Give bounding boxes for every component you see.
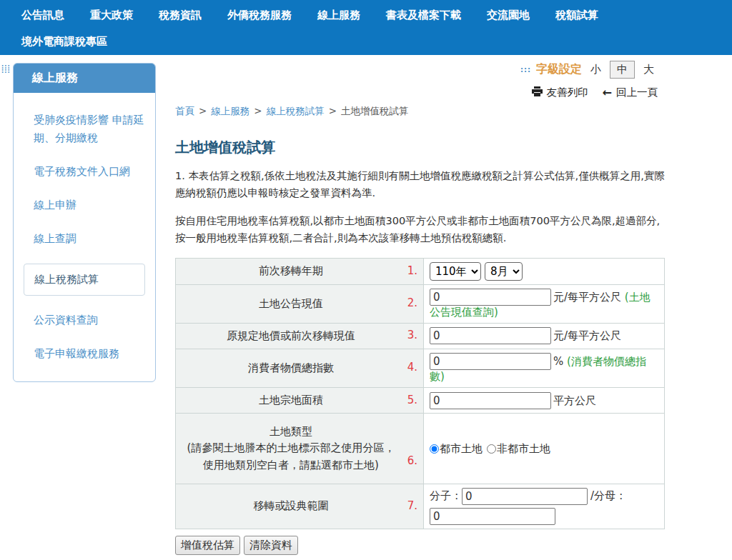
page-title: 土地增值稅試算 xyxy=(175,138,665,157)
denominator-label: /分母： xyxy=(590,489,626,503)
row7-number: 7. xyxy=(407,498,417,514)
intro-paragraph-1: 1. 本表估算之稅額,係依土地稅法及其施行細則有關土地增值稅應繳稅額之計算公式估… xyxy=(175,168,665,202)
main-menu: 公告訊息 重大政策 稅務資訊 外僑稅務服務 線上服務 書表及檔案下載 交流園地 … xyxy=(21,9,732,22)
row4-number: 4. xyxy=(407,360,417,376)
row2-label-cell: 土地公告現值 2. xyxy=(176,284,424,323)
font-size-medium-button[interactable]: 中 xyxy=(610,61,635,79)
breadcrumb-separator: > xyxy=(329,105,337,116)
land-type-radio-group: 都市土地 非都市土地 xyxy=(430,442,658,456)
row1-value-cell: 110年 8月 xyxy=(424,258,665,284)
tax-trial-form-table: 前次移轉年期 1. 110年 8月 土地公告現值 2. 元/每平方公尺 xyxy=(175,258,665,529)
breadcrumb: 首頁>線上服務>線上稅務試算>土地增值稅試算 xyxy=(175,105,665,118)
row3-value-cell: 元/每平方公尺 xyxy=(424,323,665,349)
row7-value-cell: 分子： /分母： xyxy=(424,484,665,529)
sidebar: 線上服務 受肺炎疫情影響 申請延期、分期繳稅 電子稅務文件入口網 線上申辦 線上… xyxy=(13,63,156,382)
row6-number: 6. xyxy=(407,453,417,469)
secondary-menu: 境外電商課稅專區 xyxy=(21,34,732,49)
row2-label: 土地公告現值 xyxy=(259,297,323,310)
breadcrumb-online-services[interactable]: 線上服務 xyxy=(211,105,249,116)
urban-land-label[interactable]: 都市土地 xyxy=(440,442,483,456)
nav-item-tax-estimation[interactable]: 稅額試算 xyxy=(555,9,598,22)
back-to-previous-link[interactable]: 回上一頁 xyxy=(616,86,658,99)
table-row-transfer-scope: 移轉或設典範圍 7. 分子： /分母： xyxy=(176,484,665,529)
row7-label: 移轉或設典範圍 xyxy=(254,499,329,512)
row5-unit: 平方公尺 xyxy=(553,394,596,407)
utility-bar: ::: 字級設定 小 中 大 友善列印 ← 回上一頁 xyxy=(175,61,665,99)
row4-unit: % xyxy=(553,355,563,368)
sidebar-title: 線上服務 xyxy=(14,64,155,93)
row2-value-cell: 元/每平方公尺 (土地公告現值查詢) xyxy=(424,284,665,323)
sidebar-item-etax-document-portal[interactable]: 電子稅務文件入口網 xyxy=(24,163,145,181)
sidebar-item-public-data-inquiry[interactable]: 公示資料查詢 xyxy=(24,311,145,329)
table-row-prev-transfer-date: 前次移轉年期 1. 110年 8月 xyxy=(176,258,665,284)
nav-item-online-services[interactable]: 線上服務 xyxy=(317,9,360,22)
cpi-input[interactable] xyxy=(430,353,551,370)
row5-label-cell: 土地宗地面積 5. xyxy=(176,387,424,413)
friendly-print-link[interactable]: 友善列印 xyxy=(547,86,588,99)
sidebar-menu: 受肺炎疫情影響 申請延期、分期繳稅 電子稅務文件入口網 線上申辦 線上查調 線上… xyxy=(14,93,155,381)
sidebar-container: :::::: 線上服務 受肺炎疫情影響 申請延期、分期繳稅 電子稅務文件入口網 … xyxy=(0,55,175,382)
nav-item-announcements[interactable]: 公告訊息 xyxy=(21,9,64,22)
numerator-input[interactable] xyxy=(462,488,588,505)
font-size-label: 字級設定 xyxy=(536,62,582,77)
row1-label: 前次移轉年期 xyxy=(259,264,323,277)
row1-label-cell: 前次移轉年期 1. xyxy=(176,258,424,284)
sidebar-item-efiling-payment[interactable]: 電子申報繳稅服務 xyxy=(24,345,145,363)
row2-number: 2. xyxy=(407,296,417,312)
sidebar-item-online-tax-trial[interactable]: 線上稅務試算 xyxy=(24,264,145,296)
printer-icon xyxy=(532,86,543,99)
back-arrow-icon: ← xyxy=(603,86,612,99)
row7-label-cell: 移轉或設典範圍 7. xyxy=(176,484,424,529)
row6-value-cell: 都市土地 非都市土地 xyxy=(424,414,665,484)
row5-number: 5. xyxy=(407,392,417,409)
nav-item-exchange-corner[interactable]: 交流園地 xyxy=(487,9,530,22)
font-size-small-button[interactable]: 小 xyxy=(587,61,605,78)
breadcrumb-home[interactable]: 首頁 xyxy=(175,105,194,116)
font-size-setting: ::: 字級設定 小 中 大 xyxy=(520,61,658,79)
prev-transfer-year-select[interactable]: 110年 xyxy=(430,262,481,281)
sidebar-item-online-application[interactable]: 線上申辦 xyxy=(24,196,145,214)
table-row-land-area: 土地宗地面積 5. 平方公尺 xyxy=(176,387,665,413)
font-size-large-button[interactable]: 大 xyxy=(640,61,658,78)
form-actions: 增值稅估算 清除資料 xyxy=(175,536,665,555)
numerator-label: 分子： xyxy=(430,489,462,503)
nav-item-foreign-taxpayer-services[interactable]: 外僑稅務服務 xyxy=(227,9,292,22)
row2-unit: 元/每平方公尺 xyxy=(553,291,621,304)
row6-label-cell: 土地類型 (請參閱土地謄本的土地標示部之使用分區，使用地類別空白者，請點選都市土… xyxy=(176,414,424,484)
page-tools: 友善列印 ← 回上一頁 xyxy=(532,86,658,99)
row6-note: (請參閱土地謄本的土地標示部之使用分區，使用地類別空白者，請點選都市土地) xyxy=(187,441,395,471)
sidebar-item-online-inquiry[interactable]: 線上查調 xyxy=(24,230,145,248)
land-area-input[interactable] xyxy=(430,392,551,409)
non-urban-land-label[interactable]: 非都市土地 xyxy=(497,442,550,456)
nav-item-cross-border-ecommerce[interactable]: 境外電商課稅專區 xyxy=(21,35,107,48)
nav-item-tax-info[interactable]: 稅務資訊 xyxy=(159,9,202,22)
calculate-tax-button[interactable]: 增值稅估算 xyxy=(175,536,240,555)
accessibility-skip-dots-icon: :::::: xyxy=(1,65,11,74)
row4-label-cell: 消費者物價總指數 4. xyxy=(176,349,424,387)
urban-land-radio[interactable] xyxy=(430,444,439,454)
sidebar-item-covid-deferral[interactable]: 受肺炎疫情影響 申請延期、分期繳稅 xyxy=(24,111,145,147)
intro-paragraph-2: 按自用住宅用地稅率估算稅額,以都市土地面積300平方公尺或非都市土地面積700平… xyxy=(175,213,665,247)
top-nav: 公告訊息 重大政策 稅務資訊 外僑稅務服務 線上服務 書表及檔案下載 交流園地 … xyxy=(0,0,732,55)
row3-label: 原規定地價或前次移轉現值 xyxy=(227,329,355,342)
breadcrumb-current: 土地增值稅試算 xyxy=(341,105,409,116)
row5-value-cell: 平方公尺 xyxy=(424,387,665,413)
prev-transfer-month-select[interactable]: 8月 xyxy=(485,262,523,281)
row3-number: 3. xyxy=(407,328,417,344)
non-urban-land-radio[interactable] xyxy=(487,444,496,454)
accessibility-dots-icon: ::: xyxy=(520,66,531,74)
announced-land-value-input[interactable] xyxy=(430,289,551,306)
original-land-value-input[interactable] xyxy=(430,327,551,344)
row1-number: 1. xyxy=(407,263,417,279)
denominator-line xyxy=(430,508,658,525)
table-row-land-type: 土地類型 (請參閱土地謄本的土地標示部之使用分區，使用地類別空白者，請點選都市土… xyxy=(176,414,665,484)
row3-unit: 元/每平方公尺 xyxy=(553,329,621,342)
nav-item-forms-downloads[interactable]: 書表及檔案下載 xyxy=(386,9,461,22)
numerator-line: 分子： /分母： xyxy=(430,488,658,505)
nav-item-major-policies[interactable]: 重大政策 xyxy=(90,9,133,22)
table-row-original-land-value: 原規定地價或前次移轉現值 3. 元/每平方公尺 xyxy=(176,323,665,349)
denominator-input[interactable] xyxy=(430,508,555,525)
table-row-announced-land-value: 土地公告現值 2. 元/每平方公尺 (土地公告現值查詢) xyxy=(176,284,665,323)
clear-data-button[interactable]: 清除資料 xyxy=(244,536,298,555)
breadcrumb-online-tax-trial[interactable]: 線上稅務試算 xyxy=(267,105,325,116)
